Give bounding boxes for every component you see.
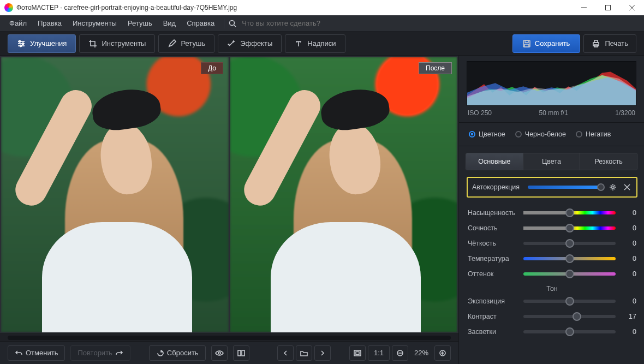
radio-bw-label: Черно-белое [525,130,566,138]
next-image-button[interactable] [314,345,331,361]
nav-group [277,345,331,361]
slider-temperature: Температура 0 [467,251,637,266]
slider-tint: Оттенок 0 [467,266,637,282]
autocorrect-label: Автокоррекция [472,183,523,191]
menu-edit[interactable]: Правка [33,17,67,29]
undo-button[interactable]: Отменить [8,345,65,361]
tab-retouch-label: Ретушь [181,39,205,47]
minus-icon [397,350,403,356]
reset-button[interactable]: Сбросить [149,345,206,361]
svg-rect-20 [238,350,241,356]
svg-line-12 [229,41,234,46]
tab-text[interactable]: Надписи [285,34,345,53]
menu-help[interactable]: Справка [182,17,219,29]
autocorrect-slider[interactable] [528,186,604,189]
radio-negative[interactable]: Негатив [576,130,611,138]
print-label: Печать [605,39,628,47]
wand-icon [227,39,236,48]
exif-row: ISO 250 50 mm f/1 1/3200 [459,108,644,123]
slider-label: Насыщенность [468,209,518,217]
svg-line-5 [234,25,236,27]
slider-contrast: Контраст 17 [467,309,637,324]
zoom-out-button[interactable] [392,345,408,361]
tab-enhance[interactable]: Улучшения [8,34,76,53]
window-title: ФотоМАСТЕР - carefree-girl-portrait-enjo… [16,4,237,11]
subtab-basic[interactable]: Основные [466,153,523,170]
radio-color-label: Цветное [479,130,505,138]
close-button[interactable] [620,0,644,15]
help-search [229,17,349,29]
slider-highlights-track[interactable] [523,330,616,333]
slider-exposure-track[interactable] [523,300,616,303]
app-logo-icon [4,3,13,12]
menu-retouch[interactable]: Ретушь [123,17,157,29]
tone-section-title: Тон [467,282,637,294]
eye-icon [215,350,224,356]
svg-rect-23 [356,351,359,354]
radio-bw[interactable]: Черно-белое [515,130,566,138]
sliders-icon [17,39,26,48]
prev-image-button[interactable] [277,345,294,361]
redo-button[interactable]: Повторить [70,345,130,361]
slider-saturation-track[interactable] [523,211,616,214]
after-pane: После [230,57,457,332]
gear-icon [609,183,617,191]
zoom-in-button[interactable] [434,345,451,361]
tab-effects[interactable]: Эффекты [218,34,282,53]
chevron-left-icon [283,350,288,356]
slider-value: 0 [621,297,636,305]
slider-value: 0 [621,255,636,262]
menubar: Файл Правка Инструменты Ретушь Вид Справ… [0,15,644,32]
subtab-sharp[interactable]: Резкость [580,153,637,170]
print-icon [592,39,600,48]
slider-label: Чёткость [468,240,518,247]
maximize-button[interactable] [596,0,620,15]
slider-label: Контраст [468,313,518,320]
exif-shutter: 1/3200 [615,109,635,117]
menu-tools[interactable]: Инструменты [68,17,122,29]
histogram[interactable] [467,61,636,106]
slider-vibrance-track[interactable] [523,226,616,230]
slider-clarity-track[interactable] [523,242,616,245]
slider-contrast-track[interactable] [523,315,616,318]
svg-rect-1 [606,5,611,10]
print-button[interactable]: Печать [583,34,636,53]
slider-handle-icon [565,297,574,306]
slider-value: 0 [621,328,636,336]
compare-toggle[interactable] [233,345,249,361]
slider-tint-track[interactable] [523,272,616,276]
autocorrect-row: Автокоррекция [467,177,637,198]
slider-highlights: Засветки 0 [467,324,637,339]
minimize-button[interactable] [572,0,596,15]
sidebar: ISO 250 50 mm f/1 1/3200 Цветное Черно-б… [458,56,644,364]
zoom-value: 22% [410,349,432,357]
save-button[interactable]: Сохранить [512,34,581,53]
zoom-actual-button[interactable]: 1:1 [368,345,390,361]
svg-point-29 [612,186,614,188]
crop-icon [88,39,97,48]
menu-view[interactable]: Вид [158,17,181,29]
zoom-fit-button[interactable] [349,345,366,361]
brush-icon [168,39,176,48]
adjust-panel: Автокоррекция Насыщенность 0 Сочность 0 [459,170,644,364]
menu-file[interactable]: Файл [4,17,32,29]
slider-temperature-track[interactable] [523,257,616,260]
undo-label: Отменить [26,349,58,357]
browse-button[interactable] [296,345,312,361]
exif-iso: ISO 250 [468,109,492,117]
svg-point-19 [218,352,220,354]
autocorrect-clear[interactable] [622,182,632,192]
tab-tools[interactable]: Инструменты [79,34,155,53]
subtab-colors[interactable]: Цвета [523,153,580,170]
plus-icon [439,350,446,356]
horizontal-scrollbar[interactable] [0,333,458,341]
redo-icon [116,349,123,357]
radio-dot-icon [469,131,475,138]
radio-color[interactable]: Цветное [469,130,505,138]
tab-retouch[interactable]: Ретушь [158,34,214,53]
autocorrect-settings[interactable] [608,182,618,192]
preview-toggle[interactable] [211,345,228,361]
help-search-input[interactable] [240,17,349,29]
compare-canvas[interactable]: До После [0,56,458,333]
reset-icon [156,349,164,357]
